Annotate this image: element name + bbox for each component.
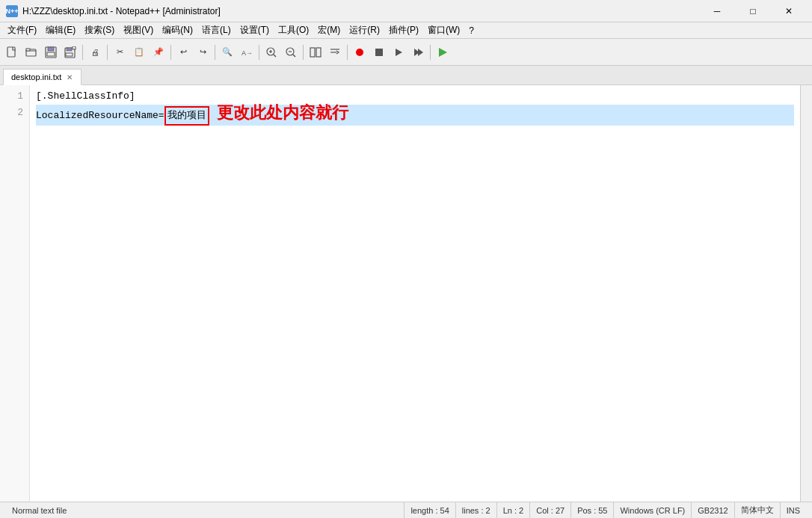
svg-marker-27	[439, 48, 447, 57]
line-number-2: 2	[6, 105, 23, 121]
toolbar-sep-8	[430, 45, 431, 60]
toolbar-sep-6	[303, 45, 304, 60]
toolbar-new[interactable]	[3, 43, 21, 61]
toolbar-macro-rec[interactable]	[351, 43, 369, 61]
menu-tools[interactable]: 工具(O)	[274, 22, 313, 38]
title-bar: N++ H:\ZZZ\desktop.ini.txt - Notepad++ […	[0, 0, 812, 22]
status-lang: 简体中文	[735, 502, 781, 518]
status-ln: Ln : 2	[497, 502, 531, 518]
toolbar-sep-3	[170, 45, 171, 60]
svg-rect-19	[316, 48, 321, 57]
svg-marker-26	[418, 49, 423, 56]
toolbar-zoom-out[interactable]	[282, 43, 300, 61]
tab-label: desktop.ini.txt	[11, 73, 61, 81]
editor-line-2: LocalizedResourceName= 我的项目 更改此处内容就行	[36, 105, 794, 126]
status-encoding: GB2312	[692, 502, 734, 518]
toolbar-print[interactable]: 🖨	[86, 43, 104, 61]
toolbar-cut[interactable]: ✂	[111, 43, 129, 61]
toolbar-wrap[interactable]	[326, 43, 344, 61]
svg-rect-9	[73, 46, 76, 49]
tab-desktop-ini[interactable]: desktop.ini.txt ✕	[3, 69, 81, 85]
toolbar-save[interactable]	[42, 43, 60, 61]
status-length: length : 54	[405, 502, 455, 518]
toolbar-run-cmd[interactable]	[434, 43, 452, 61]
menu-settings[interactable]: 设置(T)	[236, 22, 274, 38]
status-pos: Pos : 55	[571, 502, 614, 518]
scrollbar-vertical[interactable]	[800, 85, 812, 502]
svg-rect-5	[47, 52, 55, 56]
title-bar-controls: ─ □ ✕	[700, 0, 806, 22]
toolbar-sep-7	[347, 45, 348, 60]
svg-rect-0	[7, 47, 15, 57]
menu-view[interactable]: 视图(V)	[119, 22, 158, 38]
menu-search[interactable]: 搜索(S)	[80, 22, 119, 38]
toolbar-undo[interactable]: ↩	[174, 43, 192, 61]
toolbar-zoom-in[interactable]	[262, 43, 280, 61]
toolbar-macro-run[interactable]	[409, 43, 427, 61]
toolbar-sep-2	[107, 45, 108, 60]
menu-run[interactable]: 运行(R)	[345, 22, 384, 38]
line2-annotation: 更改此处内容就行	[217, 105, 348, 121]
menu-encoding[interactable]: 编码(N)	[158, 22, 197, 38]
svg-rect-18	[310, 48, 315, 57]
toolbar-save-all[interactable]	[61, 43, 79, 61]
svg-rect-2	[26, 49, 30, 51]
svg-rect-4	[48, 47, 54, 51]
toolbar-sep-1	[82, 45, 83, 60]
maximize-button[interactable]: □	[736, 0, 770, 22]
svg-marker-24	[396, 49, 402, 56]
tab-bar: desktop.ini.txt ✕	[0, 66, 812, 85]
svg-line-14	[274, 55, 276, 57]
menu-window[interactable]: 窗口(W)	[423, 22, 464, 38]
editor-container: 1 2 [.ShellClassInfo] LocalizedResourceN…	[0, 85, 812, 502]
svg-rect-7	[67, 48, 72, 51]
svg-text:A→B: A→B	[242, 49, 253, 57]
toolbar-sep-4	[215, 45, 215, 60]
menu-help[interactable]: ?	[464, 24, 479, 37]
toolbar-sep-5	[259, 45, 259, 60]
menu-plugins[interactable]: 插件(P)	[384, 22, 423, 38]
title-bar-text: H:\ZZZ\desktop.ini.txt - Notepad++ [Admi…	[22, 6, 221, 16]
status-bar: Normal text file length : 54 lines : 2 L…	[0, 502, 812, 518]
toolbar: 🖨 ✂ 📋 📌 ↩ ↪ 🔍 A→B	[0, 39, 812, 66]
status-eol: Windows (CR LF)	[614, 502, 692, 518]
menu-bar: 文件(F) 编辑(E) 搜索(S) 视图(V) 编码(N) 语言(L) 设置(T…	[0, 22, 812, 39]
toolbar-open[interactable]	[22, 43, 40, 61]
svg-point-22	[356, 49, 363, 56]
toolbar-sync-v[interactable]	[307, 43, 325, 61]
menu-macro[interactable]: 宏(M)	[313, 22, 345, 38]
toolbar-replace[interactable]: A→B	[238, 43, 256, 61]
line-number-1: 1	[6, 88, 23, 105]
tab-close-button[interactable]: ✕	[66, 73, 73, 81]
editor-line-1: [.ShellClassInfo]	[36, 88, 794, 105]
close-button[interactable]: ✕	[772, 0, 806, 22]
svg-rect-23	[375, 49, 383, 56]
status-file-type: Normal text file	[6, 502, 405, 518]
menu-edit[interactable]: 编辑(E)	[41, 22, 80, 38]
status-ins: INS	[781, 502, 806, 518]
toolbar-macro-stop[interactable]	[370, 43, 388, 61]
title-bar-left: N++ H:\ZZZ\desktop.ini.txt - Notepad++ […	[6, 5, 221, 17]
svg-rect-8	[66, 53, 73, 56]
svg-line-17	[293, 55, 295, 57]
toolbar-redo[interactable]: ↪	[194, 43, 212, 61]
line2-highlight: 我的项目	[164, 106, 209, 126]
toolbar-macro-play[interactable]	[390, 43, 407, 61]
app-icon: N++	[6, 5, 18, 17]
line1-text: [.ShellClassInfo]	[36, 88, 135, 105]
editor-content[interactable]: [.ShellClassInfo] LocalizedResourceName=…	[30, 85, 800, 502]
status-lines: lines : 2	[456, 502, 497, 518]
toolbar-copy[interactable]: 📋	[130, 43, 148, 61]
minimize-button[interactable]: ─	[700, 0, 734, 22]
menu-file[interactable]: 文件(F)	[3, 22, 41, 38]
line-numbers: 1 2	[0, 85, 30, 502]
line2-pre: LocalizedResourceName=	[36, 108, 164, 124]
menu-language[interactable]: 语言(L)	[197, 22, 236, 38]
toolbar-find[interactable]: 🔍	[218, 43, 236, 61]
toolbar-paste[interactable]: 📌	[150, 43, 167, 61]
status-col: Col : 27	[530, 502, 571, 518]
